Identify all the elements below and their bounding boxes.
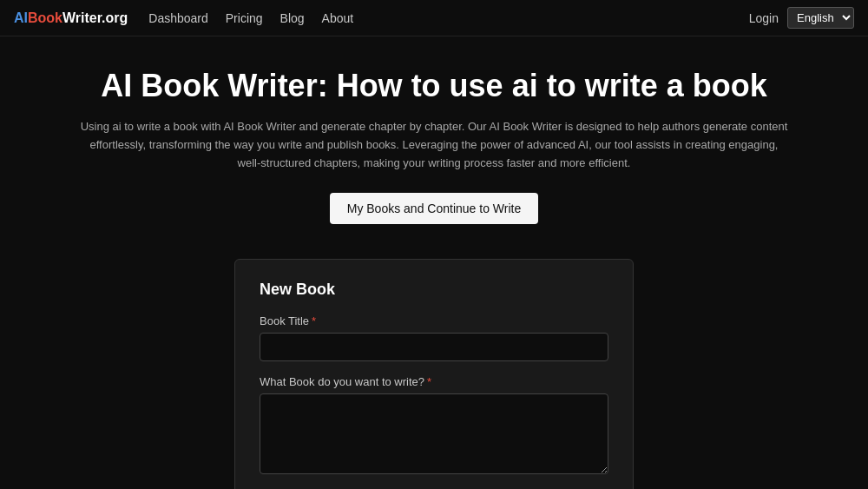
hero-description: Using ai to write a book with AI Book Wr… xyxy=(78,118,790,172)
logo-book: Book xyxy=(28,10,62,25)
nav-right: Login English xyxy=(749,7,854,29)
form-title: New Book xyxy=(260,281,608,299)
nav-left: AIBookWriter.org Dashboard Pricing Blog … xyxy=(14,10,353,26)
nav-links: Dashboard Pricing Blog About xyxy=(148,11,353,25)
book-title-group: Book Title* xyxy=(260,314,608,361)
logo-ai: AI xyxy=(14,10,28,25)
hero-section: AI Book Writer: How to use ai to write a… xyxy=(0,36,868,241)
book-title-input[interactable] xyxy=(260,333,608,361)
book-desc-label: What Book do you want to write?* xyxy=(260,375,608,388)
language-selector[interactable]: English xyxy=(787,7,854,29)
nav-link-pricing[interactable]: Pricing xyxy=(226,11,263,25)
new-book-card: New Book Book Title* What Book do you wa… xyxy=(234,259,634,489)
logo-rest: Writer.org xyxy=(62,10,128,25)
navbar: AIBookWriter.org Dashboard Pricing Blog … xyxy=(0,0,868,36)
hero-title: AI Book Writer: How to use ai to write a… xyxy=(17,68,851,104)
nav-link-dashboard[interactable]: Dashboard xyxy=(148,11,208,25)
nav-link-about[interactable]: About xyxy=(322,11,354,25)
required-star-title: * xyxy=(312,314,316,327)
nav-link-blog[interactable]: Blog xyxy=(280,11,305,25)
required-star-desc: * xyxy=(427,375,431,388)
form-section: New Book Book Title* What Book do you wa… xyxy=(0,241,868,489)
book-title-label: Book Title* xyxy=(260,314,608,327)
cta-button[interactable]: My Books and Continue to Write xyxy=(330,193,539,224)
book-desc-textarea[interactable] xyxy=(260,393,608,474)
book-desc-group: What Book do you want to write?* xyxy=(260,375,608,478)
logo: AIBookWriter.org xyxy=(14,10,128,26)
login-button[interactable]: Login xyxy=(749,11,779,25)
